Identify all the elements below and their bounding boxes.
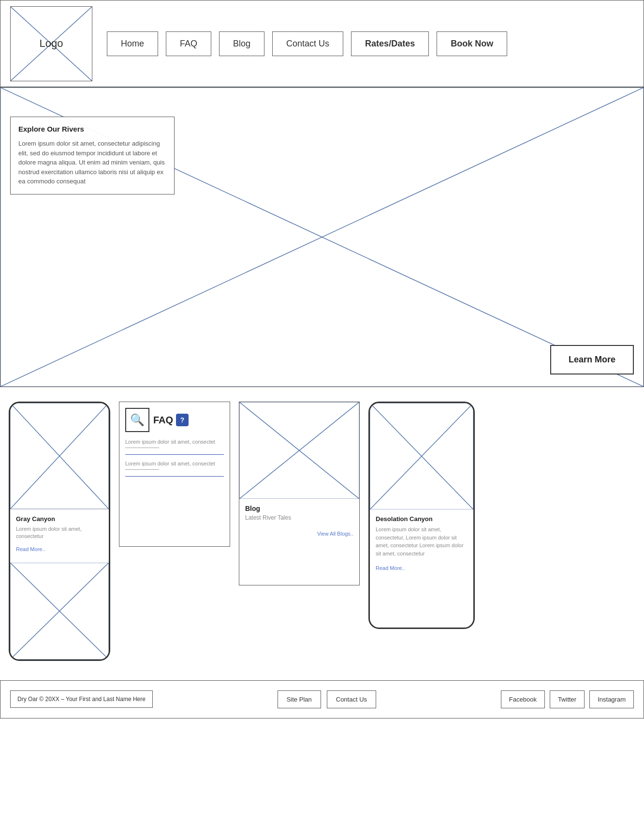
cards-section: Gray Canyon Lorem ipsum dolor sit amet, … <box>0 387 644 675</box>
faq-question-icon: ? <box>176 414 189 426</box>
learn-more-button[interactable]: Learn More <box>550 345 634 374</box>
gray-canyon-body: Lorem ipsum dolor sit amet, consectetur <box>16 525 103 540</box>
header: Logo Home FAQ Blog Contact Us Rates/Date… <box>0 0 644 87</box>
hero-title: Explore Our Rivers <box>18 125 166 133</box>
desolation-content: Desolation Canyon Lorem ipsum dolor sit … <box>370 509 473 628</box>
footer-twitter[interactable]: Twitter <box>550 690 585 708</box>
blog-content: Blog Latest River Tales View All Blogs.. <box>239 499 359 585</box>
hero-section: Explore Our Rivers Lorem ipsum dolor sit… <box>0 87 644 387</box>
faq-item-1[interactable]: Lorem ipsum dolor sit amet, consectet ──… <box>125 439 224 455</box>
faq-title: FAQ <box>153 415 173 426</box>
footer: Dry Oar © 20XX – Your First and Last Nam… <box>0 680 644 718</box>
search-icon: 🔍 <box>125 408 149 432</box>
main-nav: Home FAQ Blog Contact Us Rates/Dates Boo… <box>107 31 507 56</box>
gray-canyon-title: Gray Canyon <box>16 515 103 523</box>
desolation-body: Lorem ipsum dolor sit amet, consectetur,… <box>376 525 468 557</box>
faq-item-2-text: Lorem ipsum dolor sit amet, consectet ──… <box>125 461 224 472</box>
faq-item-2[interactable]: Lorem ipsum dolor sit amet, consectet ──… <box>125 461 224 477</box>
desolation-title: Desolation Canyon <box>376 515 468 523</box>
nav-faq[interactable]: FAQ <box>166 31 211 56</box>
nav-contact[interactable]: Contact Us <box>272 31 343 56</box>
gray-canyon-image <box>10 403 109 509</box>
nav-blog[interactable]: Blog <box>219 31 264 56</box>
desolation-read-more[interactable]: Read More.. <box>376 565 405 571</box>
gray-canyon-read-more[interactable]: Read More.. <box>16 546 45 552</box>
blog-subtitle: Latest River Tales <box>245 514 353 521</box>
desolation-image <box>370 403 473 509</box>
hero-content: Explore Our Rivers Lorem ipsum dolor sit… <box>10 117 175 195</box>
footer-contact-us[interactable]: Contact Us <box>327 690 376 708</box>
gray-canyon-card: Gray Canyon Lorem ipsum dolor sit amet, … <box>9 402 110 661</box>
faq-title-area: FAQ ? <box>153 414 224 426</box>
gray-canyon-content: Gray Canyon Lorem ipsum dolor sit amet, … <box>10 509 109 559</box>
footer-facebook[interactable]: Facebook <box>501 690 545 708</box>
nav-rates[interactable]: Rates/Dates <box>351 31 429 56</box>
blog-image <box>239 402 359 499</box>
footer-social: Facebook Twitter Instagram <box>501 690 634 708</box>
logo-text: Logo <box>40 37 63 50</box>
gray-canyon-image2 <box>10 563 109 659</box>
footer-site-plan[interactable]: Site Plan <box>278 690 321 708</box>
footer-instagram[interactable]: Instagram <box>589 690 634 708</box>
nav-home[interactable]: Home <box>107 31 158 56</box>
footer-links: Site Plan Contact Us <box>278 690 376 708</box>
faq-header: 🔍 FAQ ? <box>125 408 224 432</box>
faq-item-1-text: Lorem ipsum dolor sit amet, consectet ──… <box>125 439 224 450</box>
blog-card: Blog Latest River Tales View All Blogs.. <box>239 402 360 585</box>
desolation-card: Desolation Canyon Lorem ipsum dolor sit … <box>368 402 475 629</box>
faq-card: 🔍 FAQ ? Lorem ipsum dolor sit amet, cons… <box>119 402 230 547</box>
blog-title: Blog <box>245 505 353 512</box>
nav-book[interactable]: Book Now <box>437 31 507 56</box>
blog-view-all[interactable]: View All Blogs.. <box>245 531 353 537</box>
footer-copyright: Dry Oar © 20XX – Your First and Last Nam… <box>10 690 153 708</box>
logo: Logo <box>10 6 92 81</box>
hero-body: Lorem ipsum dolor sit amet, consectetur … <box>18 139 166 186</box>
